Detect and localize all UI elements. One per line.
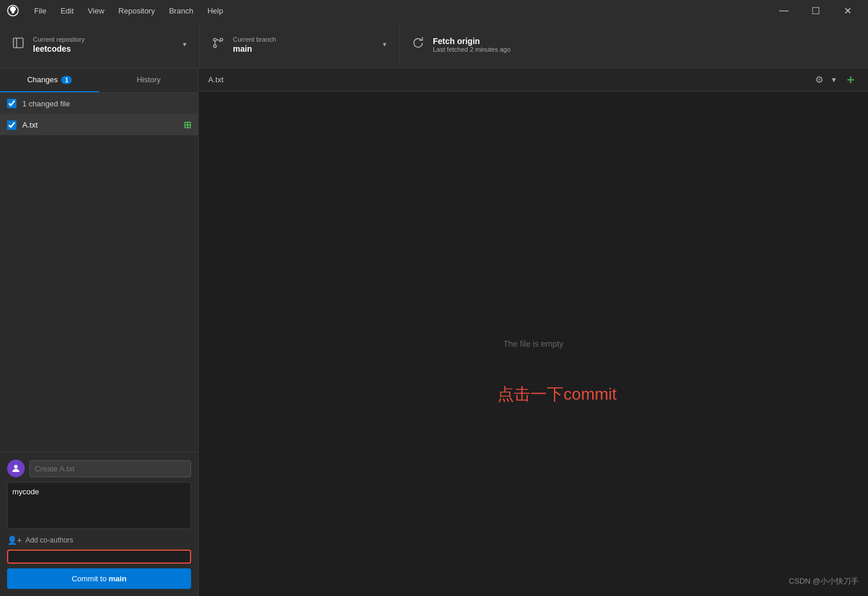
branch-dropdown-arrow: ▼ bbox=[382, 41, 388, 48]
branch-icon bbox=[212, 36, 225, 52]
commit-button[interactable]: Commit to main bbox=[7, 568, 191, 589]
tab-changes[interactable]: Changes 1 bbox=[0, 68, 99, 92]
branch-text: Current branch main bbox=[233, 36, 375, 53]
fetch-sublabel: Last fetched 2 minutes ago bbox=[433, 46, 510, 53]
fetch-label: Fetch origin bbox=[433, 36, 510, 46]
branch-name: main bbox=[233, 44, 375, 53]
tab-history[interactable]: History bbox=[99, 68, 199, 92]
changes-header: 1 changed file bbox=[0, 93, 198, 115]
repo-name: leetcodes bbox=[33, 44, 175, 53]
changes-badge: 1 bbox=[61, 76, 72, 84]
maximize-button[interactable]: ☐ bbox=[802, 2, 829, 19]
sidebar: Changes 1 History 1 changed file A.txt ⊞ bbox=[0, 68, 199, 596]
commit-button-branch: main bbox=[109, 574, 126, 583]
svg-rect-1 bbox=[14, 38, 24, 48]
changes-count-label: 1 changed file bbox=[22, 99, 70, 108]
main-layout: Changes 1 History 1 changed file A.txt ⊞ bbox=[0, 68, 868, 596]
co-author-icon: 👤+ bbox=[7, 535, 22, 545]
menu-bar: File Edit View Repository Branch Help bbox=[28, 4, 770, 18]
repo-label: Current repository bbox=[33, 36, 175, 43]
menu-view[interactable]: View bbox=[82, 4, 110, 18]
add-button[interactable]: ＋ bbox=[842, 69, 859, 90]
tab-changes-label: Changes bbox=[27, 75, 58, 84]
close-button[interactable]: ✕ bbox=[834, 2, 861, 19]
repo-icon bbox=[12, 36, 25, 52]
repo-dropdown-arrow: ▼ bbox=[182, 41, 188, 48]
svg-point-5 bbox=[14, 465, 18, 468]
repo-text: Current repository leetcodes bbox=[33, 36, 175, 53]
tab-history-label: History bbox=[137, 75, 161, 84]
commit-summary-row bbox=[7, 460, 191, 477]
menu-help[interactable]: Help bbox=[202, 4, 229, 18]
svg-point-2 bbox=[213, 38, 216, 41]
menu-repository[interactable]: Repository bbox=[112, 4, 161, 18]
file-name-a-txt: A.txt bbox=[22, 120, 183, 129]
content-area: A.txt ⚙ ▼ ＋ The file is empty 点击一下commit… bbox=[199, 68, 868, 596]
commit-area: mycode 👤+ Add co-authors Commit to main bbox=[0, 452, 198, 596]
commit-description-textarea[interactable]: mycode bbox=[7, 482, 191, 529]
app-logo bbox=[7, 5, 19, 16]
repo-selector[interactable]: Current repository leetcodes ▼ bbox=[0, 21, 200, 68]
commit-summary-input[interactable] bbox=[29, 460, 191, 477]
commit-button-prefix: Commit to bbox=[72, 574, 109, 583]
menu-branch[interactable]: Branch bbox=[163, 4, 199, 18]
settings-dropdown-arrow: ▼ bbox=[830, 76, 837, 84]
file-item-a-txt[interactable]: A.txt ⊞ bbox=[0, 115, 198, 135]
svg-point-4 bbox=[220, 38, 223, 41]
co-author-label: Add co-authors bbox=[25, 536, 73, 544]
sidebar-tabs: Changes 1 History bbox=[0, 68, 198, 93]
content-filename: A.txt bbox=[208, 75, 223, 84]
annotation-text: 点击一下commit bbox=[498, 383, 616, 406]
select-all-checkbox[interactable] bbox=[7, 99, 16, 108]
content-header: A.txt ⚙ ▼ ＋ bbox=[199, 68, 868, 92]
svg-point-3 bbox=[213, 45, 216, 48]
file-added-icon: ⊞ bbox=[183, 119, 191, 130]
menu-file[interactable]: File bbox=[28, 4, 52, 18]
window-controls: — ☐ ✕ bbox=[770, 2, 861, 19]
content-actions: ⚙ ▼ ＋ bbox=[813, 69, 859, 90]
fetch-origin-button[interactable]: Fetch origin Last fetched 2 minutes ago bbox=[400, 21, 612, 68]
commit-empty-field[interactable] bbox=[7, 550, 191, 564]
branch-selector[interactable]: Current branch main ▼ bbox=[200, 21, 400, 68]
sidebar-spacer bbox=[0, 135, 198, 452]
menu-edit[interactable]: Edit bbox=[55, 4, 79, 18]
titlebar: File Edit View Repository Branch Help — … bbox=[0, 0, 868, 21]
co-author-button[interactable]: 👤+ Add co-authors bbox=[7, 535, 191, 545]
fetch-text: Fetch origin Last fetched 2 minutes ago bbox=[433, 36, 510, 53]
toolbar: Current repository leetcodes ▼ Current b… bbox=[0, 21, 868, 68]
minimize-button[interactable]: — bbox=[770, 2, 797, 19]
settings-button[interactable]: ⚙ bbox=[813, 72, 826, 88]
content-body: The file is empty 点击一下commit CSDN @小小快刀手 bbox=[199, 92, 868, 596]
watermark: CSDN @小小快刀手 bbox=[789, 576, 859, 587]
branch-label: Current branch bbox=[233, 36, 375, 43]
avatar bbox=[7, 460, 25, 477]
file-checkbox-a-txt[interactable] bbox=[7, 120, 16, 130]
fetch-icon bbox=[412, 36, 425, 52]
empty-message: The file is empty bbox=[503, 339, 563, 349]
